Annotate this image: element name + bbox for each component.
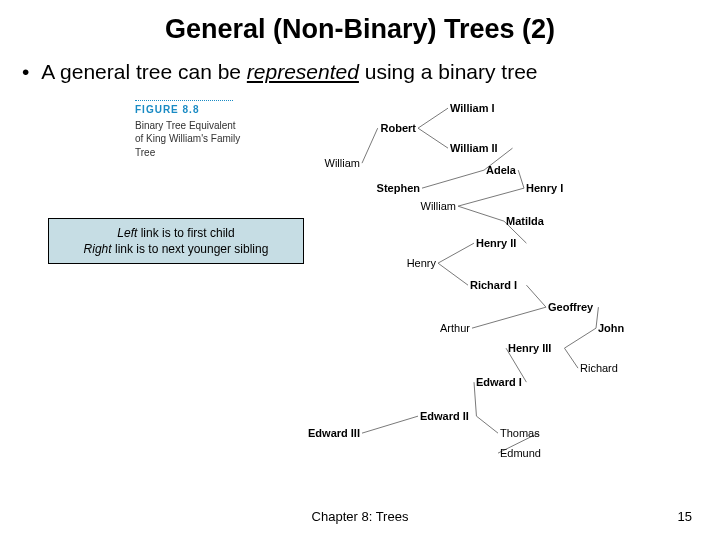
bullet-item: • A general tree can be represented usin… (22, 60, 538, 84)
tree-node-thomas: Thomas (500, 427, 540, 439)
tree-node-arthur: Arthur (440, 322, 470, 334)
tree-node-stephen: Stephen (377, 182, 421, 194)
tree-node-edward_iii: Edward III (308, 427, 360, 439)
tree-node-edmund: Edmund (500, 447, 541, 459)
tree-node-edward_i: Edward I (476, 376, 522, 388)
svg-line-4 (518, 170, 524, 188)
svg-line-5 (458, 188, 524, 206)
svg-text:William: William (325, 157, 360, 169)
footer-chapter: Chapter 8: Trees (0, 509, 720, 524)
svg-line-17 (362, 416, 418, 433)
tree-node-adela: Adela (486, 164, 517, 176)
svg-line-10 (526, 285, 546, 307)
bullet-text: A general tree can be represented using … (41, 60, 537, 84)
tree-node-richard_c: Richard (580, 362, 618, 374)
tree-node-john: John (598, 322, 625, 334)
bullet-pre: A general tree can be (41, 60, 246, 83)
svg-line-9 (438, 263, 468, 285)
tree-node-geoffrey: Geoffrey (548, 301, 594, 313)
bullet-post: using a binary tree (359, 60, 538, 83)
note-right-em: Right (84, 242, 112, 256)
tree-node-richard_i: Richard I (470, 279, 517, 291)
tree-node-henry_y: Henry (407, 257, 437, 269)
page-number: 15 (678, 509, 692, 524)
tree-nodes: WilliamWilliam IRobertWilliam IIAdelaHen… (308, 102, 625, 459)
tree-node-matilda: Matilda (506, 215, 545, 227)
bullet-marker: • (22, 61, 29, 82)
svg-line-13 (564, 328, 596, 348)
svg-line-0 (418, 108, 448, 128)
svg-line-3 (422, 170, 484, 188)
svg-line-20 (362, 128, 378, 163)
tree-node-william_i: William I (450, 102, 495, 114)
svg-line-8 (438, 243, 474, 263)
slide-title: General (Non-Binary) Trees (2) (0, 14, 720, 45)
tree-node-edward_ii: Edward II (420, 410, 469, 422)
svg-line-18 (476, 416, 498, 433)
bullet-underlined: represented (247, 60, 359, 83)
svg-line-1 (418, 128, 448, 148)
tree-node-henry_ii: Henry II (476, 237, 516, 249)
tree-node-henry_i: Henry I (526, 182, 563, 194)
tree-node-william_p: William (421, 200, 456, 212)
svg-line-11 (472, 307, 546, 328)
svg-line-15 (564, 348, 578, 368)
tree-node-william_ii: William II (450, 142, 498, 154)
svg-line-6 (458, 206, 504, 221)
tree-node-henry_iii: Henry III (508, 342, 551, 354)
family-tree-diagram: WilliamWilliam IRobertWilliam IIAdelaHen… (130, 92, 690, 487)
tree-node-robert: Robert (381, 122, 417, 134)
